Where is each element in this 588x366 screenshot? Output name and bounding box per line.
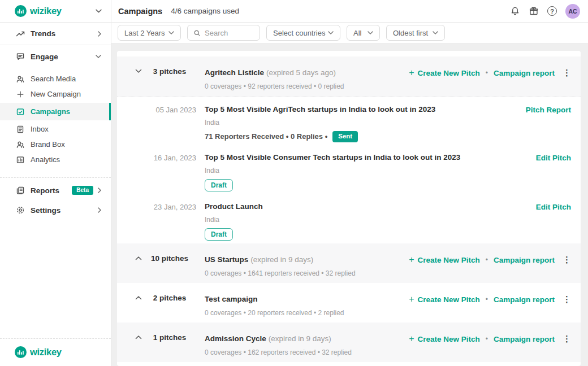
- date-range-value: Last 2 Years: [124, 29, 165, 37]
- status-filter-dropdown[interactable]: All: [347, 25, 380, 41]
- kebab-menu-icon[interactable]: ⋮: [563, 255, 571, 265]
- wizikey-logo-icon: [15, 346, 27, 358]
- sidebar-item-label: Analytics: [31, 155, 60, 164]
- create-new-pitch-button[interactable]: +Create New Pitch: [409, 334, 480, 343]
- chevron-up-icon[interactable]: [134, 295, 143, 300]
- topbar-actions: ? AC: [510, 4, 580, 19]
- sidebar-item-trends[interactable]: Trends: [0, 23, 111, 45]
- pitch-report-link[interactable]: Pitch Report: [526, 106, 571, 114]
- engage-submenu: Search Media New Campaign Campaigns Inbo…: [0, 68, 111, 175]
- sort-dropdown[interactable]: Oldest first: [386, 25, 445, 41]
- sent-status-badge: Sent: [332, 131, 358, 142]
- campaign-report-link[interactable]: Campaign report: [494, 335, 555, 343]
- campaign-report-link[interactable]: Campaign report: [494, 69, 555, 77]
- campaign-row: 1 pitches Admission Cycle(expired in 9 d…: [117, 323, 581, 362]
- sidebar-item-label: Brand Box: [31, 140, 65, 149]
- campaign-name: Test campaign: [205, 295, 258, 303]
- create-new-pitch-button[interactable]: +Create New Pitch: [409, 255, 480, 264]
- sidebar-item-engage[interactable]: Engage: [0, 45, 111, 68]
- trends-icon: [16, 29, 25, 38]
- pitch-info: Top 5 Most Visible Consumer Tech startup…: [205, 153, 536, 191]
- plus-icon: +: [409, 295, 414, 304]
- campaign-actions: +Create New Pitch • Campaign report ⋮: [409, 294, 571, 304]
- campaign-expiry: (expired 5 days ago): [266, 68, 336, 77]
- sidebar-item-search-media[interactable]: Search Media: [0, 71, 111, 86]
- pitch-date: 05 Jan 2023: [143, 106, 196, 114]
- wizikey-footer-logo[interactable]: wizikey: [15, 346, 111, 358]
- campaign-row: 10 pitches US Startups(expired in 9 days…: [117, 243, 581, 283]
- campaign-stats: 0 coverages • 20 reporters received • 2 …: [205, 309, 409, 317]
- dot-separator: •: [486, 69, 488, 77]
- campaign-report-link[interactable]: Campaign report: [494, 256, 555, 264]
- filter-bar: Last 2 Years Select countries All Oldest…: [111, 23, 588, 43]
- chevron-down-icon: [96, 55, 101, 58]
- logo-text: wizikey: [30, 347, 62, 358]
- sidebar-item-inbox[interactable]: Inbox: [0, 121, 111, 137]
- notification-bell-icon[interactable]: [510, 6, 520, 16]
- edit-pitch-link[interactable]: Edit Pitch: [536, 154, 571, 162]
- campaign-report-link[interactable]: Campaign report: [494, 295, 555, 304]
- search-box[interactable]: [187, 25, 260, 41]
- help-icon[interactable]: ?: [547, 6, 557, 16]
- main-content: 3 pitches Agritech Listicle(expired 5 da…: [111, 43, 588, 366]
- wizikey-app: wizikey Trends Engage Search Media New C…: [0, 0, 588, 366]
- dot-separator: •: [486, 295, 488, 303]
- create-new-pitch-button[interactable]: +Create New Pitch: [409, 68, 480, 77]
- sidebar: wizikey Trends Engage Search Media New C…: [0, 0, 111, 366]
- sidebar-item-brand-box[interactable]: Brand Box: [0, 137, 111, 152]
- pitch-info: Top 5 Most Visible AgriTech startups in …: [205, 105, 526, 142]
- sidebar-item-new-campaign[interactable]: New Campaign: [0, 86, 111, 102]
- wizikey-logo[interactable]: wizikey: [15, 5, 62, 17]
- kebab-menu-icon[interactable]: ⋮: [563, 294, 571, 304]
- draft-status-badge: Draft: [205, 228, 233, 241]
- gift-icon[interactable]: [529, 6, 539, 16]
- workspace-chevron-down-icon[interactable]: [96, 9, 102, 13]
- inbox-icon: [16, 125, 25, 134]
- dot-separator: •: [486, 335, 488, 343]
- chevron-up-icon[interactable]: [134, 335, 143, 339]
- date-range-dropdown[interactable]: Last 2 Years: [118, 25, 181, 41]
- kebab-menu-icon[interactable]: ⋮: [563, 68, 571, 78]
- kebab-menu-icon[interactable]: ⋮: [563, 334, 571, 344]
- pitch-title: Top 5 Most Visible AgriTech startups in …: [205, 105, 526, 114]
- sidebar-item-reports[interactable]: Reports Beta: [0, 180, 111, 201]
- sidebar-item-label: Settings: [31, 206, 60, 215]
- search-input[interactable]: [205, 29, 253, 37]
- pitch-date: 23 Jan, 2023: [143, 203, 196, 211]
- campaign-info: Test campaign 0 coverages • 20 reporters…: [205, 294, 409, 317]
- sidebar-item-label: Inbox: [31, 125, 49, 133]
- sidebar-divider: [0, 177, 111, 178]
- campaign-info: Agritech Listicle(expired 5 days ago) 0 …: [205, 67, 409, 90]
- pitch-count: 2 pitches: [148, 294, 192, 302]
- sidebar-item-label: Search Media: [31, 75, 76, 83]
- edit-pitch-link[interactable]: Edit Pitch: [536, 203, 571, 211]
- sidebar-item-label: Engage: [31, 53, 58, 61]
- pitch-country: India: [205, 216, 536, 224]
- chevron-up-icon[interactable]: [134, 256, 143, 260]
- search-media-icon: [16, 75, 25, 84]
- pitch-row: 05 Jan 2023 Top 5 Most Visible AgriTech …: [117, 97, 581, 145]
- chevron-right-icon: [98, 31, 101, 37]
- pitch-country: India: [205, 119, 526, 127]
- chevron-down-icon: [433, 31, 438, 34]
- wizikey-logo-icon: [15, 5, 27, 17]
- countries-value: Select countries: [273, 29, 326, 37]
- user-avatar[interactable]: AC: [565, 4, 580, 19]
- campaign-name: US Startups: [205, 255, 248, 264]
- countries-dropdown[interactable]: Select countries: [266, 25, 340, 41]
- logo-text: wizikey: [30, 6, 62, 16]
- engage-icon: [16, 52, 25, 61]
- beta-badge: Beta: [72, 186, 93, 195]
- campaign-row: 3 pitches Agritech Listicle(expired 5 da…: [117, 56, 581, 97]
- sidebar-item-campaigns[interactable]: Campaigns: [0, 103, 111, 120]
- chevron-down-icon[interactable]: [134, 69, 143, 73]
- create-new-pitch-button[interactable]: +Create New Pitch: [409, 295, 480, 304]
- sidebar-item-analytics[interactable]: Analytics: [0, 152, 111, 167]
- sidebar-item-settings[interactable]: Settings: [0, 201, 111, 220]
- sidebar-header: wizikey: [0, 0, 111, 23]
- campaign-info: Admission Cycle(expired in 9 days) 0 cov…: [205, 333, 409, 356]
- pitch-row: 23 Jan, 2023 Product Launch India Draft …: [117, 194, 581, 243]
- campaigns-panel: 3 pitches Agritech Listicle(expired 5 da…: [117, 51, 581, 366]
- chevron-down-icon: [168, 31, 174, 34]
- sidebar-item-label: Campaigns: [31, 107, 70, 116]
